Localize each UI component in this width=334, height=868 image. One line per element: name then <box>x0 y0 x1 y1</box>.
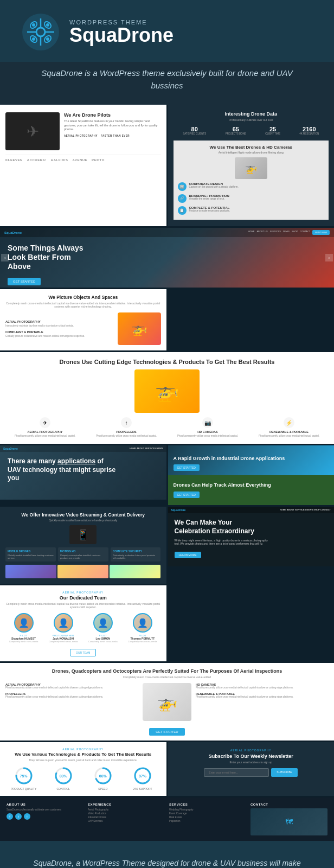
footer-service-1[interactable]: Wedding Photography <box>169 808 246 811</box>
screen-hero-slider: SquaDrone HOME ABOUT US SERVICES NEWS SH… <box>0 228 334 288</box>
screen-industrial-drone: A Rapid Growth in Industrial Drone Appli… <box>168 445 335 505</box>
social-instagram[interactable]: i <box>24 813 30 820</box>
s11-feature-2: PROPELLERS Phosfluorescently utilize cro… <box>5 692 138 698</box>
s10-cta-button[interactable]: OUR TEAM <box>70 649 96 656</box>
s1-desc: The latest SquaDrone features in your ha… <box>64 119 161 132</box>
s6-nav: SquaDrone HOME ABOUT SERVICES NEWS <box>0 445 166 452</box>
footer-link-2[interactable]: Video Production <box>88 812 165 815</box>
screen-uav-apps: SquaDrone HOME ABOUT SERVICES NEWS There… <box>0 445 166 500</box>
stat-label-1: SATISFIED CLIENTS <box>183 132 206 135</box>
s9-title: We Can Make Your Celebration Extraordina… <box>175 519 261 535</box>
s2-drones-section: We Use The Best Drones & HD Cameras Aeri… <box>174 141 329 220</box>
s9-cta-button[interactable]: LEARN MORE <box>175 552 201 558</box>
s11-cta-button[interactable]: GET STARTED <box>149 728 184 736</box>
s8-images-grid <box>5 565 161 578</box>
stat-num-3: 25 <box>265 126 280 132</box>
s1-badge1: AERIAL PHOTOGRAPHY <box>64 135 98 137</box>
footer-about-text: SquaDrone professionally cultivate over … <box>7 808 84 811</box>
logo-photo: photo <box>92 158 105 162</box>
screen-video-streaming: We Offer Innovative Video Streaming & Co… <box>0 507 166 584</box>
stat-label-4: 4K RESOLUTION <box>299 132 319 135</box>
nav-news[interactable]: NEWS <box>283 230 290 235</box>
logo-avenue: avenue <box>73 158 88 162</box>
nav-shop[interactable]: SHOP <box>292 230 298 235</box>
newsletter-submit[interactable]: SUBSCRIBE <box>271 768 298 777</box>
s2-feature-3: 📋 COMPLETE & POTENTIAL Produce to make n… <box>178 206 325 215</box>
nav-about[interactable]: ABOUT US <box>256 230 267 235</box>
s11-features-left: AERIAL PHOTOGRAPHY Phosfluorescently uti… <box>5 683 138 721</box>
s5-feature-4: ⚡ RENEWABLE & PORTABLE Phosfluorescently… <box>251 417 327 437</box>
s9-desc: While they might seem like toys, a high … <box>175 539 272 545</box>
footer-service-2[interactable]: Event Coverage <box>169 812 246 815</box>
s11-feature-3: HD CAMERAS Phosfluorescently utilize cro… <box>196 683 329 689</box>
slider-next-arrow[interactable]: › <box>325 254 333 261</box>
social-twitter[interactable]: t <box>15 813 22 820</box>
nav-services[interactable]: SERVICES <box>270 230 281 235</box>
footer-link-1[interactable]: Aerial Photography <box>88 808 165 811</box>
s1-title: We Are Drone Pilots <box>64 112 161 118</box>
newsletter-form: SUBSCRIBE <box>176 768 327 777</box>
s9-nav: SquaDrone HOME ABOUT SERVICES NEWS SHOP … <box>168 507 335 513</box>
s11-feature-4: RENEWABLE & PORTABLE Phosfluorescently u… <box>196 692 329 698</box>
circle-label-4: 24/7 SUPPORT <box>124 787 160 790</box>
s6-headline: There are many applications of UAV techn… <box>8 457 116 483</box>
svg-point-10 <box>32 23 35 27</box>
screen-technologies-progress: AERIAL PHOTOGRAPHY We Use Various Techno… <box>0 742 166 796</box>
feature-icon-2: 🔗 <box>178 194 187 203</box>
logo-accuera: ACCUERA! <box>27 158 47 162</box>
s6-nav-links: HOME ABOUT SERVICES NEWS <box>130 447 163 450</box>
footer-col-about: ABOUT US SquaDrone professionally cultiv… <box>7 803 84 835</box>
s11-desc-3: Phosfluorescently utilize cross-media in… <box>196 686 329 689</box>
s7-cta[interactable]: GET STARTED <box>174 464 200 471</box>
newsletter-input[interactable] <box>204 768 269 777</box>
stat-num-1: 80 <box>183 126 206 132</box>
brand-name: SquaDrone <box>69 25 174 45</box>
s4-feature-desc-1: Interactively maintain top-line results … <box>5 324 114 327</box>
feature-icon-1: 🏢 <box>178 182 187 191</box>
s11-title: Drones, Quadcopters and Octocopters Are … <box>5 668 329 674</box>
footer-col-title-3: SERVICES <box>169 803 246 806</box>
team-member-4: 👤 PILOT Thomas PERMUTT Completely mesh c… <box>124 613 160 643</box>
social-facebook[interactable]: f <box>7 813 13 820</box>
s7-top-section: A Rapid Growth in Industrial Drone Appli… <box>168 445 335 475</box>
s4-content: AERIAL PHOTOGRAPHY Interactively maintai… <box>5 312 161 345</box>
s13-title: Subscribe To Our Weekly Newsletter <box>176 754 327 759</box>
footer-service-3[interactable]: Real Estate <box>169 816 246 819</box>
s8-feature-mobile: MOBILE DRONES Globally enable installed … <box>5 547 56 561</box>
s2-section-sub: Aerial intelligent flight mode allows dr… <box>178 151 325 154</box>
footer-service-4[interactable]: Inspection <box>169 820 246 822</box>
nav-home[interactable]: HOME <box>248 230 254 235</box>
desc-4: Completely mesh cross-media <box>124 640 160 643</box>
s3-headline: Some Things Always Look Better From Abov… <box>8 244 84 271</box>
s7-cta-bottom[interactable]: GET STARTED <box>174 492 200 498</box>
nav-cta-btn[interactable]: RENT NOW <box>312 230 330 235</box>
footer-link-4[interactable]: UAV Services <box>88 820 165 822</box>
header: WORDPRESS THEME SquaDrone <box>0 0 334 62</box>
s5-icon-4: ⚡ <box>284 417 294 428</box>
footer-link-3[interactable]: Industrial Drones <box>88 816 165 819</box>
s7-bottom-section: Drones Can Help Track Almost Everything … <box>168 475 335 505</box>
screen-aerial-inspections: Drones, Quadcopters and Octocopters Are … <box>0 663 334 741</box>
slider-prev-arrow[interactable]: ‹ <box>1 254 9 261</box>
desc-2: Completely mesh cross-media <box>45 640 81 643</box>
s3-cta-button[interactable]: GET STARTED <box>8 278 41 285</box>
nav-contact[interactable]: CONTACT <box>300 230 310 235</box>
s7-top-text: A Rapid Growth in Industrial Drone Appli… <box>168 451 291 475</box>
circle-label-1: PRODUCT QUALITY <box>5 787 42 790</box>
s8-feature-desc-3: Distinctively productize future proof pr… <box>113 554 159 559</box>
s8-feature-title-3: COMPLETE SECURITY <box>113 550 159 553</box>
s3-nav: SquaDrone HOME ABOUT US SERVICES NEWS SH… <box>0 228 334 237</box>
team-member-2: 👤 PHOTOGRAPHER Jack KOWALSKI Completely … <box>45 613 81 643</box>
screen-drone-pilots: We Are Drone Pilots The latest SquaDrone… <box>0 105 166 226</box>
screen-team: AERIAL PHOTOGRAPHY Our Dedicated Team Co… <box>0 585 166 661</box>
s11-desc-4: Phosfluorescently utilize cross-media in… <box>196 695 329 698</box>
s11-desc-1: Phosfluorescently utilize cross-media in… <box>5 686 138 689</box>
circle-label-3: SPEED <box>85 787 121 790</box>
s2-section-title: We Use The Best Drones & HD Cameras <box>178 145 325 150</box>
s5-label-2: PROPELLERS <box>88 430 165 433</box>
footer-grid: ABOUT US SquaDrone professionally cultiv… <box>7 803 327 835</box>
stats-row: 80 SATISFIED CLIENTS 65 PROJECTS DONE 25… <box>174 126 329 135</box>
s5-feature-3: 📷 HD CAMERAS Phosfluorescently utilize c… <box>169 417 246 437</box>
footer-col-services: SERVICES Wedding Photography Event Cover… <box>169 803 246 835</box>
progress-items: 75% PRODUCT QUALITY 80% CONTROL <box>5 766 161 790</box>
